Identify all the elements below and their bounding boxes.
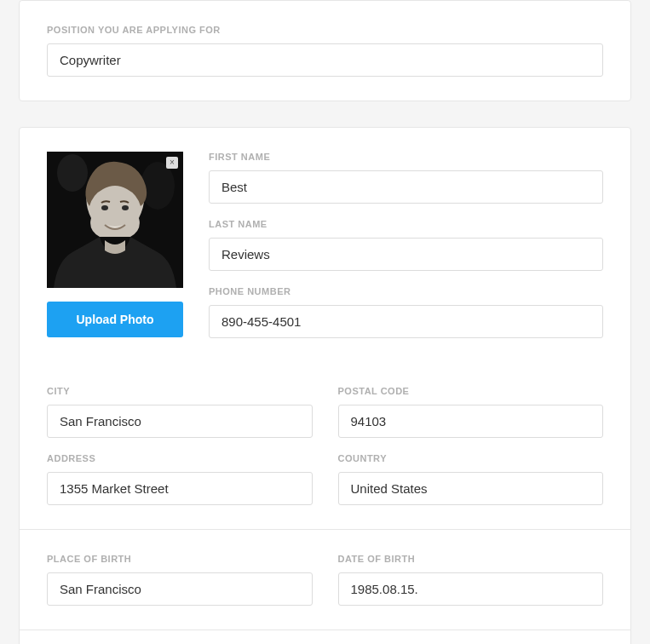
first-name-input[interactable]: [209, 170, 603, 204]
place-of-birth-label: PLACE OF BIRTH: [47, 554, 313, 564]
postal-input[interactable]: [338, 405, 604, 438]
profile-photo: [47, 152, 183, 288]
date-of-birth-label: DATE OF BIRTH: [338, 554, 604, 564]
photo-section: × Upload Photo FIRST NAME LAST NAME PHON…: [20, 128, 630, 362]
address-section: CITY ADDRESS POSTAL CODE COUNTRY: [20, 362, 630, 529]
address-input[interactable]: [47, 472, 313, 505]
address-field: ADDRESS: [47, 453, 313, 505]
country-label: COUNTRY: [338, 453, 604, 463]
last-name-input[interactable]: [209, 238, 603, 271]
svg-point-4: [122, 205, 129, 210]
phone-label: PHONE NUMBER: [209, 286, 603, 296]
place-of-birth-input[interactable]: [47, 572, 313, 606]
last-name-label: LAST NAME: [209, 219, 603, 229]
photo-column: × Upload Photo: [47, 152, 183, 338]
position-card: POSITION YOU ARE APPLYING FOR: [19, 0, 631, 101]
svg-point-1: [57, 154, 88, 192]
city-input[interactable]: [47, 405, 313, 438]
photo-wrap: ×: [47, 152, 183, 288]
date-of-birth-input[interactable]: [338, 572, 604, 606]
position-input[interactable]: [47, 43, 603, 77]
address-label: ADDRESS: [47, 453, 313, 463]
city-field: CITY: [47, 386, 313, 438]
country-field: COUNTRY: [338, 453, 604, 505]
first-name-field: FIRST NAME: [209, 152, 603, 204]
country-input[interactable]: [338, 472, 604, 505]
upload-photo-button[interactable]: Upload Photo: [47, 302, 183, 337]
extra-section: DRIVING LICENSE NATIONALITY: [20, 630, 630, 644]
date-of-birth-field: DATE OF BIRTH: [338, 554, 604, 606]
close-icon[interactable]: ×: [166, 157, 178, 169]
phone-field: PHONE NUMBER: [209, 286, 603, 338]
last-name-field: LAST NAME: [209, 219, 603, 271]
postal-field: POSTAL CODE: [338, 386, 604, 438]
place-of-birth-field: PLACE OF BIRTH: [47, 554, 313, 606]
position-label: POSITION YOU ARE APPLYING FOR: [47, 25, 603, 35]
birth-section: PLACE OF BIRTH DATE OF BIRTH: [20, 529, 630, 630]
city-label: CITY: [47, 386, 313, 396]
position-field: POSITION YOU ARE APPLYING FOR: [47, 25, 603, 77]
postal-label: POSTAL CODE: [338, 386, 604, 396]
phone-input[interactable]: [209, 305, 603, 338]
main-card: × Upload Photo FIRST NAME LAST NAME PHON…: [19, 127, 631, 644]
first-name-label: FIRST NAME: [209, 152, 603, 162]
svg-point-3: [101, 205, 108, 210]
personal-fields: FIRST NAME LAST NAME PHONE NUMBER: [209, 152, 603, 338]
